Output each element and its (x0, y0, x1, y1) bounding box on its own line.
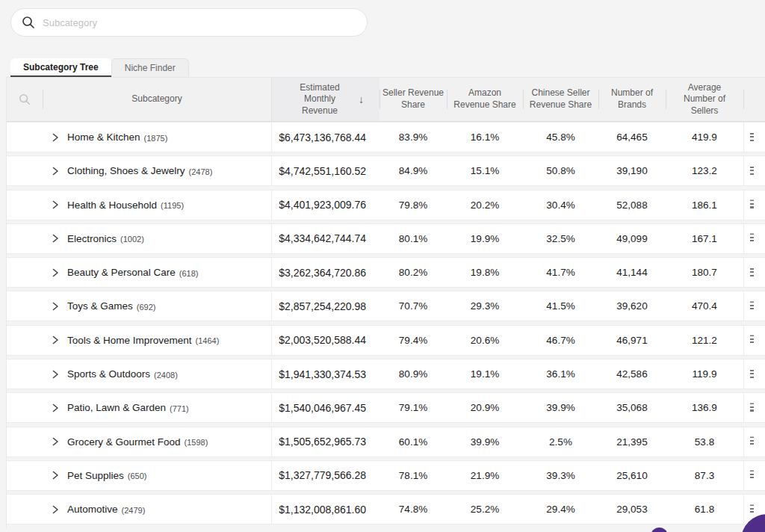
expand-chevron-icon[interactable] (52, 167, 59, 176)
row-gutter (7, 495, 43, 524)
chinese-seller-revenue-share-cell: 39.3% (523, 461, 598, 490)
seller-revenue-share-cell: 70.7% (380, 291, 447, 321)
expand-chevron-icon[interactable] (52, 471, 59, 480)
column-header-average-number-of-sellers[interactable]: Average Number of Sellers (666, 78, 743, 121)
expand-chevron-icon[interactable] (52, 505, 59, 514)
chinese-seller-revenue-share-cell: 50.8% (523, 156, 598, 185)
number-of-brands-cell: 29,053 (598, 495, 666, 524)
clipped-next-column-cell (743, 393, 765, 422)
estimated-monthly-revenue-cell: $1,505,652,965.73 (271, 427, 380, 457)
table-row[interactable]: Automotive (2479) $1,132,008,861.60 74.8… (7, 494, 765, 525)
subcategory-name: Clothing, Shoes & Jewelry (67, 165, 185, 176)
table-row[interactable]: Electronics (1002) $4,334,642,744.74 80.… (7, 223, 765, 254)
subcategory-count: (2479) (122, 504, 146, 515)
expand-chevron-icon[interactable] (52, 234, 59, 243)
clipped-next-column-cell (743, 191, 765, 220)
subcategory-search-field[interactable] (10, 8, 368, 37)
tab-subcategory-tree[interactable]: Subcategory Tree (10, 58, 111, 77)
table-row[interactable]: Beauty & Personal Care (618) $3,262,364,… (7, 257, 765, 288)
column-header-number-of-brands[interactable]: Number of Brands (598, 78, 666, 121)
table-header-row: Subcategory Estimated Monthly Revenue ↓ … (7, 77, 765, 122)
clipped-next-column-cell (743, 123, 765, 152)
clipped-next-column-cell (743, 326, 765, 355)
estimated-monthly-revenue-cell: $1,132,008,861.60 (271, 495, 380, 524)
clipped-next-column-cell (743, 224, 765, 253)
amazon-revenue-share-cell: 25.2% (447, 495, 523, 524)
subcategory-name: Health & Household (67, 200, 157, 211)
subcategory-name: Automotive (67, 504, 118, 515)
estimated-monthly-revenue-cell: $1,327,779,566.28 (271, 461, 380, 490)
expand-chevron-icon[interactable] (52, 133, 59, 142)
row-gutter (7, 359, 43, 389)
seller-revenue-share-cell: 83.9% (380, 123, 447, 152)
chinese-seller-revenue-share-cell: 30.4% (523, 191, 598, 220)
table-row[interactable]: Toys & Games (692) $2,857,254,220.98 70.… (7, 291, 765, 321)
column-header-estimated-monthly-revenue[interactable]: Estimated Monthly Revenue ↓ (271, 78, 380, 121)
column-header-amazon-revenue-share[interactable]: Amazon Revenue Share (447, 78, 523, 121)
amazon-revenue-share-cell: 20.6% (447, 326, 523, 355)
seller-revenue-share-cell: 79.4% (380, 326, 447, 355)
search-input[interactable] (43, 17, 356, 28)
amazon-revenue-share-cell: 19.1% (447, 359, 523, 389)
seller-revenue-share-cell: 84.9% (380, 156, 447, 185)
estimated-monthly-revenue-cell: $4,334,642,744.74 (271, 224, 380, 253)
expand-chevron-icon[interactable] (52, 268, 59, 277)
chinese-seller-revenue-share-cell: 41.7% (523, 258, 598, 287)
subcategory-cell: Toys & Games (692) (43, 291, 271, 321)
subcategory-name: Home & Kitchen (67, 132, 140, 143)
table-row[interactable]: Sports & Outdoors (2408) $1,941,330,374.… (7, 359, 765, 389)
table-row[interactable]: Health & Household (1195) $4,401,923,009… (7, 190, 765, 220)
amazon-revenue-share-cell: 21.9% (447, 461, 523, 490)
row-gutter (7, 461, 43, 490)
subcategory-cell: Grocery & Gourmet Food (1598) (43, 427, 271, 457)
subcategory-count: (618) (179, 267, 199, 278)
estimated-monthly-revenue-cell: $3,262,364,720.86 (271, 258, 380, 287)
column-header-subcategory[interactable]: Subcategory (43, 78, 271, 121)
subcategory-count: (1875) (144, 132, 168, 143)
average-number-of-sellers-cell: 419.9 (666, 123, 743, 152)
column-header-chinese-seller-revenue-share[interactable]: Chinese Seller Revenue Share (523, 78, 598, 121)
expand-chevron-icon[interactable] (52, 403, 59, 412)
table-row[interactable]: Patio, Lawn & Garden (771) $1,540,046,96… (7, 392, 765, 423)
table-row[interactable]: Grocery & Gourmet Food (1598) $1,505,652… (7, 427, 765, 457)
chinese-seller-revenue-share-cell: 36.1% (523, 359, 598, 389)
clipped-next-column-cell (743, 359, 765, 389)
amazon-revenue-share-cell: 29.3% (447, 291, 523, 321)
average-number-of-sellers-cell: 167.1 (666, 224, 743, 253)
average-number-of-sellers-cell: 53.8 (666, 427, 743, 457)
table-row[interactable]: Clothing, Shoes & Jewelry (2478) $4,742,… (7, 155, 765, 186)
chinese-seller-revenue-share-cell: 41.5% (523, 291, 598, 321)
subcategory-name: Beauty & Personal Care (67, 267, 176, 278)
clipped-next-column-cell (743, 258, 765, 287)
row-gutter (7, 393, 43, 422)
amazon-revenue-share-cell: 16.1% (447, 123, 523, 152)
number-of-brands-cell: 39,620 (598, 291, 666, 321)
expand-chevron-icon[interactable] (52, 302, 59, 311)
subcategory-count: (1464) (196, 335, 220, 345)
subcategory-name: Grocery & Gourmet Food (67, 436, 181, 448)
estimated-monthly-revenue-cell: $2,003,520,588.44 (271, 326, 380, 355)
expand-chevron-icon[interactable] (52, 437, 59, 446)
number-of-brands-cell: 52,088 (598, 191, 666, 220)
row-gutter (7, 291, 43, 321)
table-row[interactable]: Pet Supplies (650) $1,327,779,566.28 78.… (7, 460, 765, 491)
average-number-of-sellers-cell: 121.2 (666, 326, 743, 355)
table-row[interactable]: Home & Kitchen (1875) $6,473,136,768.44 … (7, 122, 765, 152)
expand-chevron-icon[interactable] (52, 335, 59, 344)
chat-widget-secondary-bubble[interactable] (651, 528, 668, 532)
tab-niche-finder[interactable]: Niche Finder (111, 58, 189, 77)
sort-desc-arrow-icon[interactable]: ↓ (359, 93, 364, 106)
expand-chevron-icon[interactable] (52, 370, 59, 379)
average-number-of-sellers-cell: 180.7 (666, 258, 743, 287)
estimated-monthly-revenue-cell: $1,941,330,374.53 (271, 359, 380, 389)
column-filter-cell[interactable] (7, 78, 43, 121)
expand-chevron-icon[interactable] (52, 200, 59, 209)
estimated-monthly-revenue-cell: $1,540,046,967.45 (271, 393, 380, 422)
subcategory-name: Patio, Lawn & Garden (67, 402, 166, 413)
table-row[interactable]: Tools & Home Improvement (1464) $2,003,5… (7, 325, 765, 356)
subcategory-name: Tools & Home Improvement (67, 335, 192, 346)
column-header-seller-revenue-share[interactable]: Seller Revenue Share (380, 78, 447, 121)
estimated-monthly-revenue-cell: $4,742,551,160.52 (271, 156, 380, 185)
average-number-of-sellers-cell: 61.8 (666, 495, 743, 524)
chinese-seller-revenue-share-cell: 2.5% (523, 427, 598, 457)
